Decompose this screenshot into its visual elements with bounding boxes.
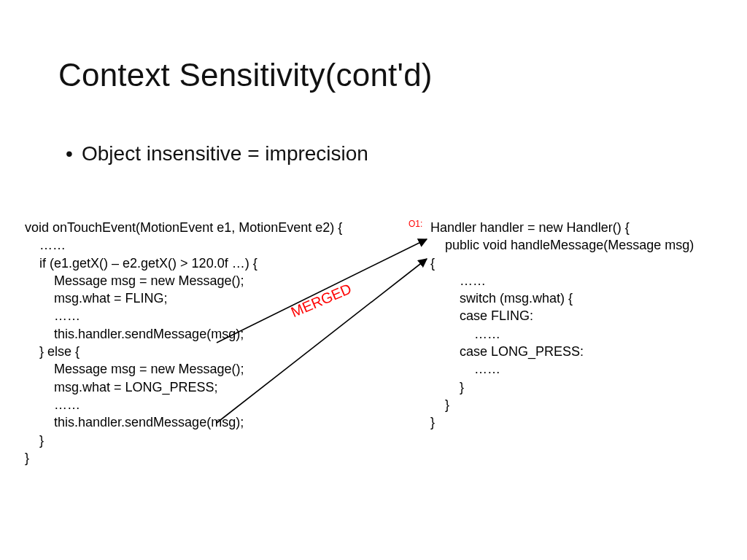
- o1-label: O1:: [409, 219, 422, 229]
- code-block-right: Handler handler = new Handler() { public…: [430, 219, 697, 432]
- slide-title: Context Sensitivity(cont'd): [58, 57, 433, 93]
- code-block-left: void onTouchEvent(MotionEvent e1, Motion…: [25, 219, 342, 467]
- bullet-point: Object insensitive = imprecision: [82, 142, 368, 166]
